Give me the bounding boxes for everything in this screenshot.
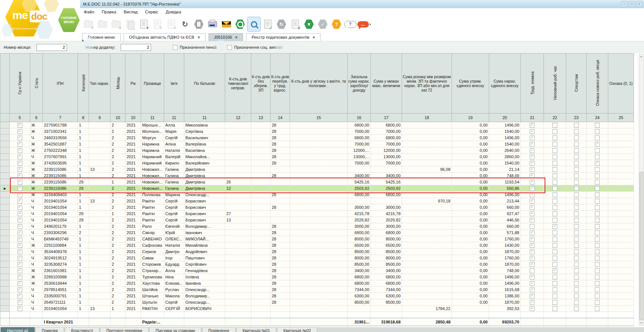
bottom-tab-Протокол перевірки[interactable]: Протокол перевірки <box>100 327 149 332</box>
cell-c20[interactable]: 1496,00 <box>489 135 521 141</box>
checkbox-c22[interactable] <box>552 268 557 273</box>
cell-c17[interactable]: 4215,78 <box>371 211 402 217</box>
cell-c20[interactable]: 1496,00 <box>489 192 521 198</box>
row-header[interactable] <box>0 135 10 141</box>
cell-c22[interactable] <box>544 192 566 198</box>
cell-c11c[interactable]: Іванович <box>184 230 225 236</box>
col-number-c7[interactable]: 7 <box>43 114 78 122</box>
checkbox-c5[interactable] <box>17 306 22 311</box>
cell-c11b[interactable]: Сергій <box>164 217 184 223</box>
row-header[interactable] <box>0 306 10 312</box>
checkbox-c23[interactable] <box>574 180 579 185</box>
cell-c10b[interactable]: 2021 <box>125 185 141 192</box>
cell-c10a[interactable]: 2 <box>111 141 125 147</box>
cell-c16[interactable]: 7000,00 <box>348 160 371 166</box>
cell-c13[interactable] <box>251 160 271 166</box>
cell-c5[interactable] <box>10 141 30 147</box>
cell-c21[interactable] <box>521 154 544 160</box>
cell-c18[interactable] <box>402 261 452 268</box>
cell-c5[interactable] <box>10 204 30 211</box>
checkbox-c23[interactable] <box>574 224 579 229</box>
cell-c11b[interactable]: Сергій <box>164 204 184 211</box>
cell-c13[interactable] <box>251 299 271 306</box>
cell-c6[interactable]: Ж <box>30 166 43 173</box>
cell-c13[interactable] <box>251 261 271 268</box>
checkbox-c23[interactable] <box>574 306 579 311</box>
scroll-up-icon[interactable]: ▲ <box>639 54 643 59</box>
cell-c19[interactable]: 0,00 <box>452 192 489 198</box>
delete-record-icon[interactable]: × <box>165 17 178 31</box>
col-number-c11c[interactable]: 11 <box>184 114 225 122</box>
cell-c6[interactable]: Ч <box>30 217 43 223</box>
cell-c14[interactable]: 28 <box>271 293 290 299</box>
cell-c8[interactable]: 29 <box>78 217 89 223</box>
cell-c5[interactable] <box>10 192 30 198</box>
cell-c24[interactable] <box>587 261 608 268</box>
checkbox-c5[interactable] <box>17 300 22 305</box>
cell-c10a[interactable]: 1 <box>111 211 125 217</box>
checkbox-c22[interactable] <box>552 256 557 261</box>
cell-c11a[interactable]: Молчано... <box>141 128 164 135</box>
checkbox-c21[interactable] <box>530 294 535 299</box>
checkbox-c23[interactable] <box>574 256 579 261</box>
checkbox-c22[interactable] <box>552 287 557 292</box>
col-header-c10a[interactable]: Місяць <box>111 54 125 114</box>
edit-record-icon[interactable]: ✎ <box>151 17 164 31</box>
checkbox-c24[interactable] <box>595 180 600 185</box>
checkbox-c21[interactable] <box>530 211 535 216</box>
cell-c11c[interactable]: Олександр... <box>184 192 225 198</box>
cell-c11c[interactable]: Борисович <box>184 211 225 217</box>
cell-c22[interactable] <box>544 179 566 185</box>
checkbox-c5[interactable] <box>17 129 22 134</box>
cell-c11c[interactable]: Дмитрівна <box>184 173 225 179</box>
cell-c17[interactable]: 6800,00 <box>371 192 402 198</box>
cell-c16[interactable]: 3000,00 <box>348 204 371 211</box>
cell-c12[interactable] <box>225 268 251 274</box>
cell-c16[interactable]: 7000,00 <box>348 141 371 147</box>
cell-c9[interactable] <box>89 299 111 306</box>
cell-c5[interactable] <box>10 249 30 255</box>
cell-c17[interactable]: 3400,00 <box>371 268 402 274</box>
cell-c23[interactable] <box>566 217 587 223</box>
cell-c16[interactable]: 8500,00 <box>348 261 371 268</box>
cell-c10b[interactable]: 2021 <box>125 192 141 198</box>
cell-c12[interactable] <box>225 249 251 255</box>
cell-c21[interactable] <box>521 217 544 223</box>
checkbox-c22[interactable] <box>552 218 557 223</box>
cell-c7[interactable]: 2460310556 <box>43 135 78 141</box>
cell-c24[interactable] <box>587 198 608 204</box>
cell-c12[interactable] <box>225 128 251 135</box>
cell-c9[interactable] <box>89 261 111 268</box>
checkbox-c21[interactable] <box>530 161 535 166</box>
cell-c10b[interactable]: 2021 <box>125 166 141 173</box>
checkbox-c21[interactable] <box>530 300 535 305</box>
cell-c11b[interactable]: Дмитро <box>164 249 184 255</box>
cell-c23[interactable] <box>566 128 587 135</box>
cell-c21[interactable] <box>521 160 544 166</box>
cell-c11c[interactable]: МИКОЛАЙ... <box>184 236 225 242</box>
cell-c5[interactable] <box>10 173 30 179</box>
col-number-c8[interactable]: 8 <box>78 114 89 122</box>
cell-c25[interactable] <box>608 230 634 236</box>
row-header[interactable] <box>0 274 10 280</box>
checkbox-c22[interactable] <box>552 300 557 305</box>
cell-c6[interactable]: Ч <box>30 211 43 217</box>
cell-c25[interactable] <box>608 274 634 280</box>
cell-c15[interactable] <box>290 154 348 160</box>
row-header[interactable] <box>0 173 10 179</box>
cell-c21[interactable] <box>521 198 544 204</box>
verify-document-icon[interactable]: ✓ <box>261 17 274 31</box>
cell-c14[interactable]: 28 <box>271 135 290 141</box>
col-header-c20[interactable]: Сума нарах. єдиного внеску <box>489 54 521 114</box>
cell-c6[interactable]: Ч <box>30 198 43 204</box>
col-header-c9[interactable]: Тип нарах. <box>89 54 111 114</box>
cell-c8[interactable]: 1 <box>78 122 89 128</box>
cell-c8[interactable]: 1 <box>78 160 89 166</box>
checkbox-c23[interactable] <box>574 148 579 153</box>
cell-c13[interactable] <box>251 223 271 230</box>
cell-c22[interactable] <box>544 255 566 261</box>
cell-c15[interactable] <box>290 255 348 261</box>
cell-c8[interactable]: 1 <box>78 166 89 173</box>
cell-c10b[interactable]: 2021 <box>125 223 141 230</box>
col-number-c22[interactable]: 22 <box>544 114 566 122</box>
